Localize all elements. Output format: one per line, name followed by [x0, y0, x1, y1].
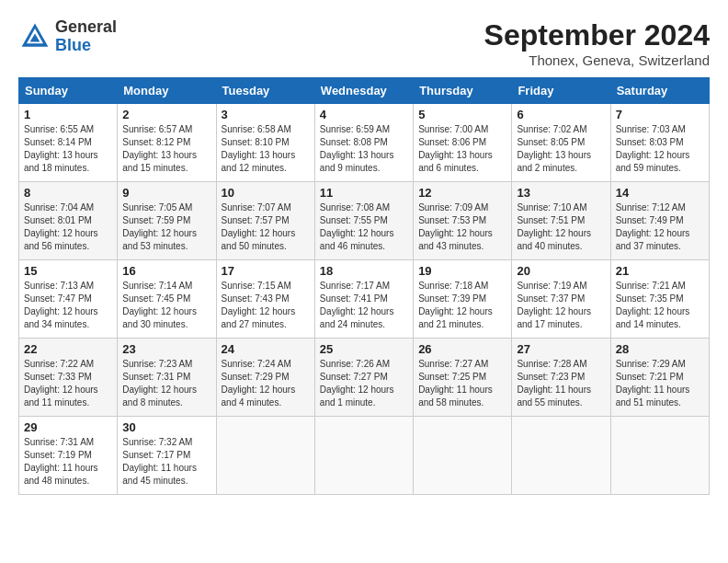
day-info: Sunrise: 7:04 AMSunset: 8:01 PMDaylight:…	[24, 201, 112, 253]
day-number: 5	[418, 108, 506, 121]
day-number: 2	[122, 108, 210, 121]
calendar-cell	[314, 417, 413, 495]
day-info: Sunrise: 7:21 AMSunset: 7:35 PMDaylight:…	[616, 280, 704, 331]
day-number: 17	[222, 264, 310, 278]
calendar-cell: 4Sunrise: 6:59 AMSunset: 8:08 PMDaylight…	[314, 104, 413, 182]
day-info: Sunrise: 7:31 AMSunset: 7:19 PMDaylight:…	[24, 436, 112, 488]
day-number: 12	[418, 186, 506, 200]
calendar-cell	[610, 417, 709, 495]
calendar-cell: 24Sunrise: 7:24 AMSunset: 7:29 PMDayligh…	[216, 339, 314, 417]
day-header-sunday: Sunday	[19, 78, 118, 104]
day-header-monday: Monday	[118, 78, 216, 104]
calendar-cell: 6Sunrise: 7:02 AMSunset: 8:05 PMDaylight…	[512, 104, 610, 182]
calendar-cell: 15Sunrise: 7:13 AMSunset: 7:47 PMDayligh…	[19, 260, 118, 339]
week-row-5: 29Sunrise: 7:31 AMSunset: 7:19 PMDayligh…	[19, 417, 710, 495]
day-info: Sunrise: 7:17 AMSunset: 7:41 PMDaylight:…	[320, 280, 408, 331]
calendar-cell: 12Sunrise: 7:09 AMSunset: 7:53 PMDayligh…	[414, 182, 512, 260]
calendar-cell: 17Sunrise: 7:15 AMSunset: 7:43 PMDayligh…	[216, 260, 314, 339]
page-header: General Blue September 2024 Thonex, Gene…	[18, 18, 710, 68]
calendar-cell	[512, 417, 610, 495]
day-number: 16	[122, 264, 210, 278]
day-info: Sunrise: 7:12 AMSunset: 7:49 PMDaylight:…	[616, 201, 704, 253]
day-info: Sunrise: 7:24 AMSunset: 7:29 PMDaylight:…	[222, 358, 310, 409]
day-number: 20	[517, 264, 605, 278]
day-info: Sunrise: 7:15 AMSunset: 7:43 PMDaylight:…	[222, 280, 310, 331]
calendar-header-row: SundayMondayTuesdayWednesdayThursdayFrid…	[19, 78, 710, 104]
day-number: 21	[616, 264, 704, 278]
day-number: 23	[122, 342, 210, 356]
calendar-cell: 28Sunrise: 7:29 AMSunset: 7:21 PMDayligh…	[610, 339, 709, 417]
day-number: 9	[122, 186, 210, 200]
day-info: Sunrise: 6:55 AMSunset: 8:14 PMDaylight:…	[24, 123, 112, 175]
day-info: Sunrise: 7:13 AMSunset: 7:47 PMDaylight:…	[24, 280, 112, 331]
week-row-2: 8Sunrise: 7:04 AMSunset: 8:01 PMDaylight…	[19, 182, 710, 260]
calendar-cell: 1Sunrise: 6:55 AMSunset: 8:14 PMDaylight…	[19, 104, 118, 182]
day-info: Sunrise: 6:58 AMSunset: 8:10 PMDaylight:…	[222, 123, 310, 175]
day-info: Sunrise: 7:00 AMSunset: 8:06 PMDaylight:…	[418, 123, 506, 175]
day-info: Sunrise: 7:18 AMSunset: 7:39 PMDaylight:…	[418, 280, 506, 331]
week-row-4: 22Sunrise: 7:22 AMSunset: 7:33 PMDayligh…	[19, 339, 710, 417]
calendar-cell: 26Sunrise: 7:27 AMSunset: 7:25 PMDayligh…	[414, 339, 512, 417]
day-number: 19	[418, 264, 506, 278]
day-number: 6	[517, 108, 605, 121]
calendar-cell: 11Sunrise: 7:08 AMSunset: 7:55 PMDayligh…	[314, 182, 413, 260]
calendar-cell	[414, 417, 512, 495]
day-info: Sunrise: 7:29 AMSunset: 7:21 PMDaylight:…	[616, 358, 704, 409]
day-info: Sunrise: 7:09 AMSunset: 7:53 PMDaylight:…	[418, 201, 506, 253]
day-number: 3	[222, 108, 310, 121]
calendar-cell: 2Sunrise: 6:57 AMSunset: 8:12 PMDaylight…	[118, 104, 216, 182]
calendar-cell: 22Sunrise: 7:22 AMSunset: 7:33 PMDayligh…	[19, 339, 118, 417]
day-number: 25	[320, 342, 408, 356]
calendar-cell: 30Sunrise: 7:32 AMSunset: 7:17 PMDayligh…	[118, 417, 216, 495]
day-header-thursday: Thursday	[414, 78, 512, 104]
day-number: 18	[320, 264, 408, 278]
calendar-cell: 25Sunrise: 7:26 AMSunset: 7:27 PMDayligh…	[314, 339, 413, 417]
calendar-cell	[216, 417, 314, 495]
calendar-cell: 8Sunrise: 7:04 AMSunset: 8:01 PMDaylight…	[19, 182, 118, 260]
day-number: 22	[24, 342, 112, 356]
day-header-friday: Friday	[512, 78, 610, 104]
day-number: 26	[418, 342, 506, 356]
calendar-cell: 14Sunrise: 7:12 AMSunset: 7:49 PMDayligh…	[610, 182, 709, 260]
calendar-cell: 21Sunrise: 7:21 AMSunset: 7:35 PMDayligh…	[610, 260, 709, 339]
logo-icon	[18, 20, 51, 53]
calendar-cell: 23Sunrise: 7:23 AMSunset: 7:31 PMDayligh…	[118, 339, 216, 417]
day-info: Sunrise: 7:03 AMSunset: 8:03 PMDaylight:…	[616, 123, 704, 175]
logo-text: General Blue	[55, 18, 117, 55]
calendar-cell: 19Sunrise: 7:18 AMSunset: 7:39 PMDayligh…	[414, 260, 512, 339]
day-number: 7	[616, 108, 704, 121]
calendar-cell: 29Sunrise: 7:31 AMSunset: 7:19 PMDayligh…	[19, 417, 118, 495]
day-header-wednesday: Wednesday	[314, 78, 413, 104]
day-number: 28	[616, 342, 704, 356]
calendar-cell: 7Sunrise: 7:03 AMSunset: 8:03 PMDaylight…	[610, 104, 709, 182]
calendar-cell: 10Sunrise: 7:07 AMSunset: 7:57 PMDayligh…	[216, 182, 314, 260]
day-number: 13	[517, 186, 605, 200]
day-info: Sunrise: 7:14 AMSunset: 7:45 PMDaylight:…	[122, 280, 210, 331]
location: Thonex, Geneva, Switzerland	[484, 52, 710, 68]
calendar-cell: 5Sunrise: 7:00 AMSunset: 8:06 PMDaylight…	[414, 104, 512, 182]
day-info: Sunrise: 7:28 AMSunset: 7:23 PMDaylight:…	[517, 358, 605, 409]
title-block: September 2024 Thonex, Geneva, Switzerla…	[484, 18, 710, 68]
calendar-cell: 13Sunrise: 7:10 AMSunset: 7:51 PMDayligh…	[512, 182, 610, 260]
day-number: 29	[24, 420, 112, 434]
day-number: 24	[222, 342, 310, 356]
day-info: Sunrise: 7:22 AMSunset: 7:33 PMDaylight:…	[24, 358, 112, 409]
day-number: 30	[122, 420, 210, 434]
calendar-cell: 16Sunrise: 7:14 AMSunset: 7:45 PMDayligh…	[118, 260, 216, 339]
day-info: Sunrise: 6:57 AMSunset: 8:12 PMDaylight:…	[122, 123, 210, 175]
day-number: 14	[616, 186, 704, 200]
calendar-cell: 27Sunrise: 7:28 AMSunset: 7:23 PMDayligh…	[512, 339, 610, 417]
day-info: Sunrise: 6:59 AMSunset: 8:08 PMDaylight:…	[320, 123, 408, 175]
day-number: 15	[24, 264, 112, 278]
calendar-cell: 18Sunrise: 7:17 AMSunset: 7:41 PMDayligh…	[314, 260, 413, 339]
day-info: Sunrise: 7:10 AMSunset: 7:51 PMDaylight:…	[517, 201, 605, 253]
day-info: Sunrise: 7:19 AMSunset: 7:37 PMDaylight:…	[517, 280, 605, 331]
calendar-table: SundayMondayTuesdayWednesdayThursdayFrid…	[18, 77, 710, 495]
day-number: 10	[222, 186, 310, 200]
calendar-cell: 20Sunrise: 7:19 AMSunset: 7:37 PMDayligh…	[512, 260, 610, 339]
day-info: Sunrise: 7:02 AMSunset: 8:05 PMDaylight:…	[517, 123, 605, 175]
day-number: 8	[24, 186, 112, 200]
week-row-1: 1Sunrise: 6:55 AMSunset: 8:14 PMDaylight…	[19, 104, 710, 182]
calendar-cell: 9Sunrise: 7:05 AMSunset: 7:59 PMDaylight…	[118, 182, 216, 260]
day-number: 11	[320, 186, 408, 200]
